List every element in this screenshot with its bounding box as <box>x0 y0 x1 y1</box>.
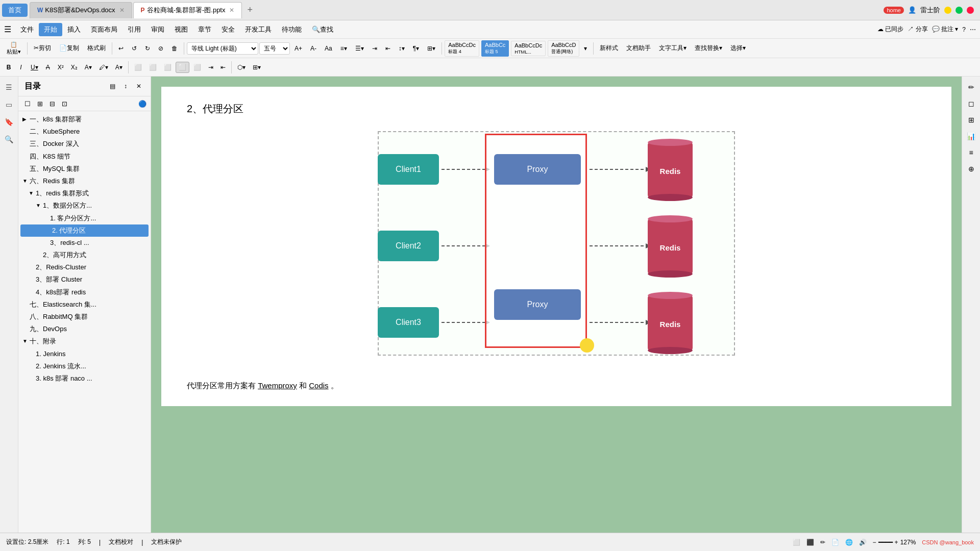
style-normal[interactable]: AaBbCcD普通(网络) <box>548 40 579 57</box>
align-right-btn[interactable]: ⬜ <box>161 62 175 73</box>
filter-level-btn[interactable]: ⊡ <box>59 98 69 109</box>
tab-add-button[interactable]: + <box>243 5 257 15</box>
tab-word-close[interactable]: ✕ <box>119 7 125 14</box>
twemproxy-link[interactable]: Twemproxy <box>258 381 297 390</box>
font-clear-btn[interactable]: Aa <box>321 43 336 54</box>
tab-word[interactable]: W K8S部署&DevOps.docx ✕ <box>30 2 132 18</box>
line-height-btn[interactable]: ↕▾ <box>395 43 408 54</box>
tree-item-redis-cl[interactable]: 3、redis-cl ... <box>18 237 151 249</box>
align-left-btn[interactable]: ⬜ <box>131 62 145 73</box>
text-assist-btn[interactable]: 文档助手 <box>623 42 654 55</box>
border-btn[interactable]: ⊞▾ <box>424 43 439 54</box>
menu-feature[interactable]: 待功能 <box>277 23 307 36</box>
expand-tool-btn[interactable]: ↕ <box>120 81 131 92</box>
select-btn[interactable]: 选择▾ <box>727 42 749 55</box>
tree-item-docker[interactable]: 三、Docker 深入 <box>18 138 151 150</box>
right-shape-btn[interactable]: ◻ <box>965 97 978 110</box>
help-btn[interactable]: ? <box>962 26 966 33</box>
justify-btn[interactable]: ⬜ <box>176 62 189 73</box>
filter-expand-btn[interactable]: ⊞ <box>35 98 45 109</box>
view-focus-btn[interactable]: 🔊 <box>859 539 867 546</box>
outdent-btn[interactable]: ⇤ <box>382 43 394 54</box>
zoom-slider[interactable]: ━━━━ <box>878 539 893 546</box>
tree-item-jenkins[interactable]: 1. Jenkins <box>18 348 151 360</box>
tab-home[interactable]: 首页 <box>2 4 28 17</box>
menu-view[interactable]: 视图 <box>169 23 193 36</box>
zoom-out-btn[interactable]: − <box>873 539 876 546</box>
close-sidebar-btn[interactable]: ✕ <box>133 81 144 92</box>
tree-item-es[interactable]: 七、Elasticsearch 集... <box>18 298 151 311</box>
highlight-btn[interactable]: 🖊▾ <box>96 62 111 73</box>
tree-item-proxy-partition[interactable]: 2. 代理分区 <box>20 224 149 237</box>
cut-btn[interactable]: ✂剪切 <box>30 42 55 55</box>
paste-btn[interactable]: 📋粘贴▾ <box>3 39 24 58</box>
subscript-btn[interactable]: X₂ <box>68 62 81 73</box>
redo-btn[interactable]: ↺ <box>128 43 140 54</box>
tab-pptx[interactable]: P 谷粒商城-集群部署-图.pptx ✕ <box>133 2 242 18</box>
right-edit-btn[interactable]: ✏ <box>965 81 978 94</box>
menu-icon-list[interactable]: ☰ <box>4 24 11 34</box>
tree-item-k8s[interactable]: ▶ 一、k8s 集群部署 <box>18 113 151 126</box>
tree-item-redis[interactable]: ▼ 六、Redis 集群 <box>18 175 151 187</box>
menu-layout[interactable]: 页面布局 <box>86 23 122 36</box>
tree-item-devops[interactable]: 九、DevOps <box>18 323 151 335</box>
new-style-btn[interactable]: 新样式 <box>596 42 622 55</box>
filter-check-btn[interactable]: ☐ <box>22 98 33 109</box>
tree-item-data-partition[interactable]: ▼ 1、数据分区方... <box>18 199 151 212</box>
menu-search[interactable]: 🔍查找 <box>307 23 338 36</box>
shape-btn[interactable]: ⬡▾ <box>234 62 249 73</box>
view-split-btn[interactable]: ⬛ <box>806 539 814 546</box>
status-text-align[interactable]: 文档校对 <box>109 538 133 546</box>
right-table-btn[interactable]: ⊞ <box>965 113 978 127</box>
more-btn[interactable]: ⋯ <box>970 26 976 33</box>
tree-item-mysql[interactable]: 五、MySQL 集群 <box>18 163 151 175</box>
outdent2-btn[interactable]: ⇤ <box>217 62 229 73</box>
comment-btn[interactable]: 💬 批注 ▾ <box>932 25 959 34</box>
font-decrease-btn[interactable]: A- <box>307 43 320 54</box>
tree-item-redis-cluster[interactable]: 2、Redis-Cluster <box>18 261 151 273</box>
align-center-btn[interactable]: ⬜ <box>146 62 160 73</box>
redo2-btn[interactable]: ↻ <box>141 43 154 54</box>
menu-file[interactable]: 文件 <box>15 23 39 36</box>
outline-toggle-btn[interactable]: ☰ <box>3 81 16 94</box>
tree-item-kubesphere[interactable]: 二、KubeSphere <box>18 126 151 138</box>
menu-review[interactable]: 审阅 <box>146 23 169 36</box>
tree-item-rabbitmq[interactable]: 八、RabbitMQ 集群 <box>18 311 151 323</box>
tree-item-client-partition[interactable]: 1. 客户分区方... <box>18 212 151 224</box>
tree-item-deploy-cluster[interactable]: 3、部署 Cluster <box>18 273 151 286</box>
tree-item-jenkins-pipeline[interactable]: 2. Jenkins 流水... <box>18 360 151 372</box>
filter-collapse-btn[interactable]: ⊟ <box>47 98 57 109</box>
share-btn[interactable]: ↗ 分享 <box>908 25 927 34</box>
text-tool-btn[interactable]: 文字工具▾ <box>655 42 690 55</box>
tree-item-ha[interactable]: 2、高可用方式 <box>18 249 151 261</box>
menu-dev[interactable]: 开发工具 <box>240 23 277 36</box>
para-btn[interactable]: ¶▾ <box>409 43 423 54</box>
style-html[interactable]: AaBbCcDcHTML... <box>511 41 546 56</box>
tree-item-k8s-nacos[interactable]: 3. k8s 部署 naco ... <box>18 372 151 385</box>
border2-btn[interactable]: ⊞▾ <box>250 62 264 73</box>
view-normal-btn[interactable]: ⬜ <box>793 539 800 546</box>
right-chart-btn[interactable]: 📊 <box>965 130 978 143</box>
style-h4[interactable]: AaBbCcDc标题 4 <box>445 40 479 57</box>
menu-insert[interactable]: 插入 <box>62 23 86 36</box>
slide-thumb-btn[interactable]: ▭ <box>3 98 16 111</box>
menu-security[interactable]: 安全 <box>216 23 240 36</box>
filter-tool-btn[interactable]: ▤ <box>107 81 118 92</box>
find-replace-btn[interactable]: 查找替换▾ <box>691 42 726 55</box>
clear-format-btn[interactable]: ⊘ <box>155 43 167 54</box>
menu-chapter[interactable]: 章节 <box>193 23 216 36</box>
font-color-btn[interactable]: A▾ <box>82 62 95 73</box>
tree-item-redis-cluster-form[interactable]: ▼ 1、redis 集群形式 <box>18 187 151 199</box>
font-size-select[interactable]: 五号 <box>259 42 290 55</box>
zoom-in-btn[interactable]: + <box>895 539 898 546</box>
indent2-btn[interactable]: ⇥ <box>205 62 216 73</box>
format-btn[interactable]: 格式刷 <box>84 42 109 55</box>
underline-btn[interactable]: U▾ <box>28 62 41 73</box>
tab-pptx-close[interactable]: ✕ <box>229 7 234 14</box>
minimize-button[interactable] <box>944 7 951 14</box>
right-bar-btn[interactable]: ≡ <box>965 146 978 159</box>
list2-btn[interactable]: ☰▾ <box>352 43 368 54</box>
more-styles-btn[interactable]: ▾ <box>580 43 591 54</box>
view-edit-btn[interactable]: ✏ <box>820 539 825 546</box>
list-btn[interactable]: ≡▾ <box>337 43 351 54</box>
